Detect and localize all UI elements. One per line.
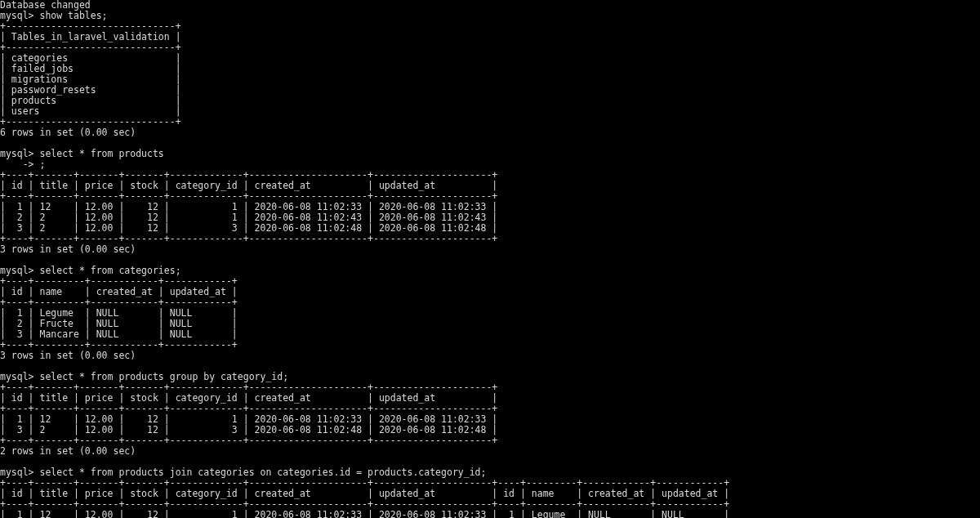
terminal-output: Database changed mysql> show tables; +--… [0, 0, 980, 518]
